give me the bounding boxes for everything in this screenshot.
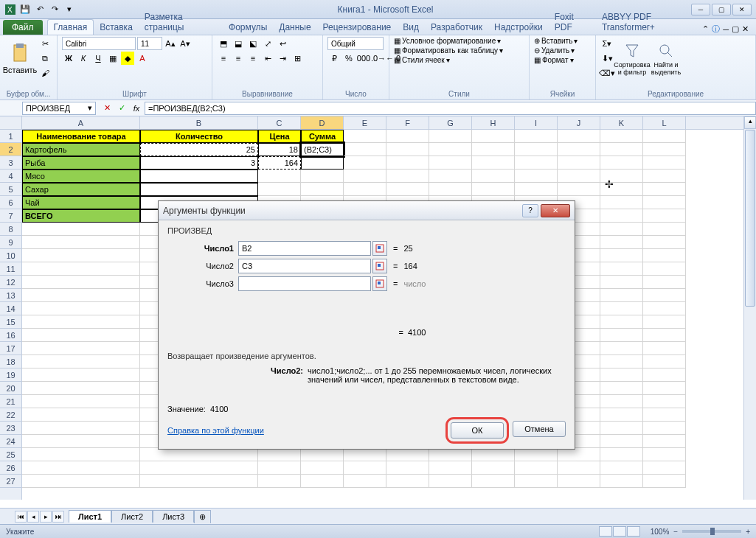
sheet-nav-prev[interactable]: ◂ <box>27 511 39 523</box>
ok-button[interactable]: ОК <box>451 422 504 439</box>
cell-a3[interactable]: Рыба <box>22 156 140 170</box>
wrap-text-icon[interactable]: ↩ <box>276 37 289 50</box>
align-left-icon[interactable]: ≡ <box>217 52 230 65</box>
redo-icon[interactable]: ↷ <box>49 4 60 15</box>
align-middle-icon[interactable]: ⬓ <box>232 37 245 50</box>
cell-b2[interactable]: 25 <box>140 143 258 156</box>
autosum-icon[interactable]: Σ▾ <box>600 37 614 50</box>
arg1-input[interactable] <box>238 241 371 256</box>
dialog-help-button[interactable]: ? <box>522 204 538 217</box>
clear-icon[interactable]: ⌫▾ <box>600 66 614 80</box>
row-header-6[interactable]: 6 <box>0 196 21 209</box>
align-center-icon[interactable]: ≡ <box>232 52 245 65</box>
orientation-icon[interactable]: ⤢ <box>261 37 274 50</box>
doc-close-icon[interactable]: ✕ <box>742 24 749 34</box>
sort-filter-button[interactable]: Сортировка и фильтр <box>617 37 648 81</box>
tab-formulas[interactable]: Формулы <box>223 20 273 35</box>
bold-icon[interactable]: Ж <box>62 52 75 65</box>
align-bottom-icon[interactable]: ⬕ <box>246 37 260 50</box>
conditional-formatting[interactable]: ▦ Условное форматирование ▾ <box>394 37 501 45</box>
tab-review[interactable]: Рецензирование <box>317 20 398 35</box>
decrease-font-icon[interactable]: A▾ <box>178 37 192 50</box>
zoom-in-icon[interactable]: + <box>746 528 750 536</box>
view-page-break[interactable] <box>627 526 640 537</box>
sheet-nav-next[interactable]: ▸ <box>40 511 52 523</box>
dialog-close-button[interactable]: ✕ <box>541 204 570 217</box>
cut-icon[interactable]: ✂ <box>38 37 52 50</box>
increase-font-icon[interactable]: A▴ <box>164 37 177 50</box>
italic-icon[interactable]: К <box>77 52 90 65</box>
cell-d3[interactable] <box>301 156 344 170</box>
cell-styles[interactable]: ▦ Стили ячеек ▾ <box>394 56 450 64</box>
font-color-icon[interactable]: A <box>136 52 149 65</box>
zoom-slider[interactable] <box>682 530 741 533</box>
inc-decimal-icon[interactable]: .0→ <box>372 52 385 65</box>
tab-insert[interactable]: Вставка <box>94 20 139 35</box>
arg3-ref-button[interactable] <box>372 276 387 291</box>
row-header-2[interactable]: 2 <box>0 143 21 156</box>
copy-icon[interactable]: ⧉ <box>38 52 52 65</box>
maximize-button[interactable]: ▢ <box>712 4 731 15</box>
doc-max-icon[interactable]: ▢ <box>732 24 739 34</box>
insert-cells[interactable]: ⊕ Вставить ▾ <box>534 37 578 45</box>
tab-abbyy[interactable]: ABBYY PDF Transformer+ <box>596 10 702 35</box>
file-tab[interactable]: Файл <box>3 20 43 35</box>
sheet-tab-3[interactable]: Лист3 <box>153 510 194 523</box>
arg1-ref-button[interactable] <box>372 241 387 256</box>
tab-data[interactable]: Данные <box>273 20 316 35</box>
cell-c1[interactable]: Цена <box>258 130 301 143</box>
border-icon[interactable]: ▦ <box>106 52 119 65</box>
sheet-nav-last[interactable]: ⏭ <box>52 511 64 523</box>
row-header-1[interactable]: 1 <box>0 130 21 143</box>
row-header-3[interactable]: 3 <box>0 156 21 170</box>
enter-formula-icon[interactable]: ✓ <box>115 102 128 115</box>
arg3-input[interactable] <box>238 276 371 291</box>
name-box[interactable]: ПРОИЗВЕД ▾ <box>22 102 96 115</box>
arg2-input[interactable] <box>238 259 371 273</box>
tab-foxit[interactable]: Foxit PDF <box>549 10 596 35</box>
find-select-button[interactable]: Найти и выделить <box>651 37 682 81</box>
arg2-ref-button[interactable] <box>372 259 387 273</box>
cell-d1[interactable]: Сумма <box>301 130 344 143</box>
row-header-5[interactable]: 5 <box>0 183 21 196</box>
sheet-tab-new[interactable]: ⊕ <box>194 510 211 523</box>
view-page-layout[interactable] <box>613 526 626 537</box>
sheet-tab-2[interactable]: Лист2 <box>111 510 153 523</box>
comma-icon[interactable]: 000 <box>357 52 370 65</box>
tab-view[interactable]: Вид <box>397 20 425 35</box>
align-right-icon[interactable]: ≡ <box>246 52 260 65</box>
cell-c3[interactable]: 164 <box>258 156 301 170</box>
merge-icon[interactable]: ⊞ <box>291 52 304 65</box>
cell-d2[interactable]: (B2;C3) <box>301 143 344 156</box>
cell-a2[interactable]: Картофель <box>22 143 140 156</box>
fill-icon[interactable]: ⬇▾ <box>600 52 614 65</box>
paste-button[interactable]: Вставить <box>4 37 35 81</box>
sheet-nav-first[interactable]: ⏮ <box>15 511 27 523</box>
help-icon[interactable]: ⓘ <box>712 24 720 35</box>
cell-a1[interactable]: Наименование товара <box>22 130 140 143</box>
percent-icon[interactable]: % <box>342 52 356 65</box>
decrease-indent-icon[interactable]: ⇤ <box>261 52 274 65</box>
undo-icon[interactable]: ↶ <box>34 4 46 15</box>
underline-icon[interactable]: Ч <box>91 52 105 65</box>
select-all-corner[interactable] <box>0 116 22 130</box>
align-top-icon[interactable]: ⬒ <box>217 37 230 50</box>
zoom-out-icon[interactable]: − <box>673 528 678 536</box>
fill-color-icon[interactable]: ◆ <box>121 52 134 65</box>
row-header-7[interactable]: 7 <box>0 209 21 223</box>
dialog-titlebar[interactable]: Аргументы функции ? ✕ <box>159 201 575 220</box>
row-header-4[interactable]: 4 <box>0 170 21 183</box>
cell-c2[interactable]: 18 <box>258 143 301 156</box>
col-header-d[interactable]: D <box>301 116 344 129</box>
tab-addins[interactable]: Надстройки <box>488 20 549 35</box>
cancel-button[interactable]: Отмена <box>513 421 566 437</box>
tab-home[interactable]: Главная <box>47 19 94 35</box>
increase-indent-icon[interactable]: ⇥ <box>276 52 289 65</box>
fx-icon[interactable]: fx <box>130 102 143 115</box>
save-icon[interactable]: 💾 <box>19 4 31 15</box>
doc-min-icon[interactable]: ─ <box>723 25 729 34</box>
qat-dropdown-icon[interactable]: ▾ <box>63 4 75 15</box>
ribbon-minimize-icon[interactable]: ⌃ <box>702 24 709 34</box>
sheet-tab-1[interactable]: Лист1 <box>69 510 111 523</box>
formula-input[interactable]: =ПРОИЗВЕД(B2;C3) <box>145 102 756 115</box>
